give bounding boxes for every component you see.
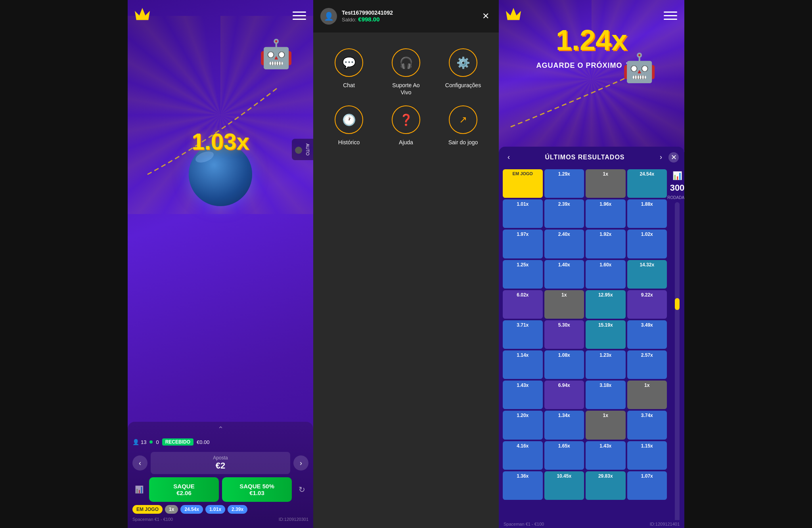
result-cell: 6.02x [503,290,543,319]
result-cell: 1.02x [627,230,667,258]
settings-icon: ⚙️ [449,48,477,77]
result-cell: 3.71x [503,320,543,349]
chat-label: Chat [343,82,355,89]
game-id: ID:1209120301 [279,517,308,522]
decrease-bet-button[interactable]: ‹ [132,455,147,471]
results-close-button[interactable]: ✕ [668,152,679,163]
hamburger-menu-button[interactable] [293,9,306,22]
results-menu-button[interactable] [664,9,677,22]
results-table-panel: ‹ ÚLTIMOS RESULTADOS › ✕ EM JOGO1.29x1x2… [499,147,684,528]
help-label: Ajuda [399,139,413,146]
refresh-button[interactable]: ↻ [295,483,308,496]
saque50-value: €1.03 [228,490,286,496]
result-cell: 12.95x [586,290,626,319]
result-cell: 1.08x [544,350,584,379]
menu-item-chat[interactable]: 💬 Chat [325,48,373,96]
result-cell: 2.57x [627,350,667,379]
result-cell: 1x [586,169,626,198]
help-icon: ❓ [392,105,420,134]
scroll-track[interactable] [675,202,680,522]
player-icon: 👤 [132,439,139,445]
player-count: 👤 13 [132,439,146,445]
result-cell: 3.18x [586,381,626,409]
scroll-thumb [675,298,680,310]
saque-value: €2.06 [155,490,213,496]
balance-row: Saldo: €998.00 [342,16,475,23]
result-cell: 3.49x [627,320,667,349]
result-cell: 1.92x [586,230,626,258]
results-title: ÚLTIMOS RESULTADOS [516,154,653,161]
auto-mode-toggle[interactable]: AUTO [292,139,313,160]
result-cell: 29.83x [586,471,626,500]
crown-icon [135,8,150,23]
close-menu-button[interactable]: ✕ [480,10,492,22]
menu-item-support[interactable]: 🎧 Suporte AoVivo [382,48,430,96]
stats-icon[interactable]: 📊 [132,483,146,496]
rodadas-label: RODADAS [667,195,684,200]
bet-info-row: 👤 13 0 RECEBIDO €0.00 [132,437,308,449]
result-cell: 1.20x [503,411,543,439]
game-name: Spaceman €1 - €100 [132,517,173,522]
saque50-button[interactable]: SAQUE 50% €1.03 [222,477,292,502]
result-cell: 1x [586,411,626,439]
action-row: 📊 SAQUE €2.06 SAQUE 50% €1.03 ↻ [132,477,308,502]
result-cell: 1.65x [544,441,584,470]
saque50-label: SAQUE 50% [228,483,286,490]
result-cell: 6.94x [544,381,584,409]
received-badge: RECEBIDO [162,438,193,446]
result-cell: 1.01x [503,199,543,228]
result-cell: 1.43x [586,441,626,470]
game-footer: Spaceman €1 - €100 ID:1209120301 [132,515,308,523]
result-cell: 2.39x [544,199,584,228]
result-cell: 1x [627,381,667,409]
results-next-button[interactable]: › [657,151,665,163]
support-label: Suporte AoVivo [392,82,419,96]
result-cell: 2.40x [544,230,584,258]
panel-handle[interactable]: ⌃ [132,422,308,437]
menu-item-settings[interactable]: ⚙️ Configurações [439,48,487,96]
scroll-indicator: 📊 300 RODADAS [670,168,684,525]
result-cell: 1x [544,290,584,319]
game-top-bar [128,0,313,31]
result-cell: 1.88x [627,199,667,228]
green-players: 0 [156,439,159,445]
result-cell: 1.43x [503,381,543,409]
menu-item-help[interactable]: ❓ Ajuda [382,105,430,146]
result-cell: 5.30x [544,320,584,349]
result-cell: 1.14x [503,350,543,379]
bet-value: €2 [154,461,287,471]
ticker-1x: 1x [165,505,178,514]
support-icon: 🎧 [392,48,420,77]
bet-display: Aposta €2 [151,452,290,474]
menu-item-history[interactable]: 🕐 Histórico [325,105,373,146]
balance-value: €998.00 [358,16,379,23]
chat-icon: 💬 [335,48,363,77]
auto-label: AUTO [305,143,310,155]
ticker-239: 2.39x [228,505,247,514]
result-cell: 1.15x [627,441,667,470]
auto-toggle-indicator [295,147,302,154]
results-prev-button[interactable]: ‹ [504,151,513,163]
astronaut-character: 🤖 [259,38,293,70]
rodadas-count: 300 [670,183,684,193]
betting-panel: ⌃ 👤 13 0 RECEBIDO €0.00 ‹ Aposta €2 › [128,422,313,528]
user-info: Test1679900241092 Saldo: €998.00 [342,10,475,23]
history-label: Histórico [338,139,360,146]
current-multiplier: 1.03x [192,128,249,155]
menu-panel: 👤 Test1679900241092 Saldo: €998.00 ✕ 💬 C… [313,0,499,528]
result-cell: 1.97x [503,230,543,258]
results-game-id: ID:1209121401 [650,522,680,526]
menu-item-exit[interactable]: ↗ Sair do jogo [439,105,487,146]
result-cell: EM JOGO [503,169,543,198]
result-cell: 1.07x [627,471,667,500]
game-panel: 🤖 1.03x AUTO ⌃ 👤 13 0 RECEBIDO €0.00 ‹ [128,0,313,528]
total-players: 13 [141,439,146,445]
saque-button[interactable]: SAQUE €2.06 [149,477,219,502]
increase-bet-button[interactable]: › [293,455,308,471]
result-cell: 9.22x [627,290,667,319]
user-avatar: 👤 [320,8,337,25]
username: Test1679900241092 [342,10,475,16]
result-cell: 1.29x [544,169,584,198]
result-cell: 3.74x [627,411,667,439]
result-cell: 4.16x [503,441,543,470]
